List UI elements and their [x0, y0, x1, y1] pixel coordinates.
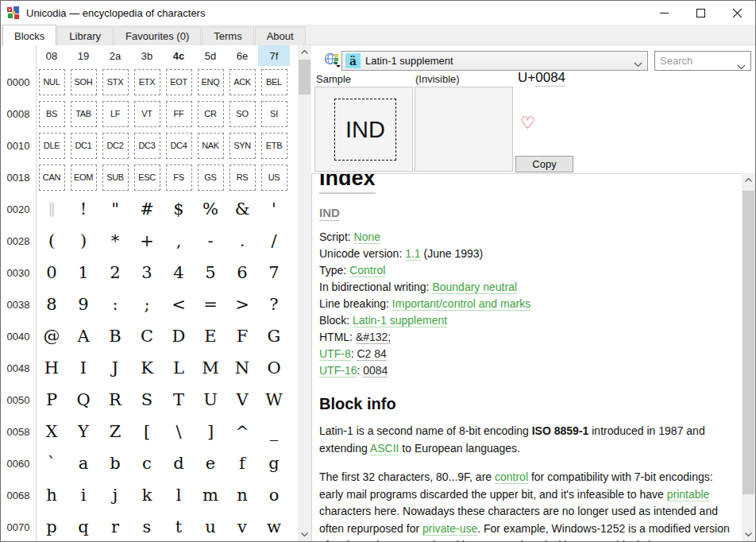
grid-cell[interactable]: . [226, 225, 258, 257]
scroll-up-icon[interactable] [298, 45, 311, 59]
grid-cell[interactable]: : [99, 288, 131, 320]
copy-button[interactable]: Copy [515, 156, 573, 172]
grid-cell[interactable]: r [99, 511, 131, 541]
grid-cell[interactable]: EOM [68, 161, 99, 193]
tab-library[interactable]: Library [57, 26, 113, 45]
language-globe-button[interactable] [324, 52, 341, 68]
grid-cell[interactable]: US [258, 161, 290, 193]
search-combobox[interactable] [654, 51, 751, 71]
grid-cell[interactable]: ' [258, 193, 290, 225]
grid-cell[interactable]: ^ [226, 416, 258, 447]
grid-cell[interactable]: c [131, 447, 163, 479]
grid-cell[interactable]: " [99, 193, 131, 225]
minimize-button[interactable] [646, 1, 682, 25]
grid-cell[interactable]: 8 [36, 288, 68, 320]
grid-cell[interactable]: % [195, 193, 226, 225]
grid-cell[interactable]: e [195, 447, 226, 479]
tab-favourites-0[interactable]: Favourites (0) [114, 26, 201, 45]
grid-cell[interactable]: t [163, 511, 195, 541]
grid-cell[interactable]: CR [195, 98, 226, 130]
grid-cell[interactable]: O [258, 352, 290, 384]
grid-cell[interactable]: ( [36, 225, 68, 257]
grid-cell[interactable]: u [195, 511, 226, 541]
grid-cell[interactable]: NUL [36, 66, 68, 98]
grid-cell[interactable]: > [226, 288, 258, 320]
article-link[interactable]: control [495, 470, 528, 484]
search-input[interactable] [655, 52, 728, 68]
article-scrollbar-thumb[interactable] [742, 191, 754, 494]
grid-cell[interactable]: M [195, 352, 226, 384]
grid-cell[interactable]: [ [131, 416, 163, 447]
grid-cell[interactable]: N [226, 352, 258, 384]
grid-cell[interactable]: \ [163, 416, 195, 447]
article-link[interactable]: UTF-16 [319, 364, 357, 377]
grid-cell[interactable]: FF [163, 98, 195, 130]
grid-cell[interactable]: Y [68, 416, 99, 447]
character-name[interactable]: IND [319, 206, 340, 221]
grid-cell[interactable]: @ [36, 320, 68, 352]
grid-cell[interactable]: , [163, 225, 195, 257]
grid-cell[interactable]: ACK [226, 66, 258, 98]
grid-cell[interactable]: = [195, 288, 226, 320]
grid-cell[interactable]: STX [99, 66, 131, 98]
grid-cell[interactable]: BEL [258, 66, 290, 98]
article-link[interactable]: ASCII [370, 442, 399, 455]
grid-scrollbar[interactable] [298, 45, 311, 541]
grid-cell[interactable]: P [36, 384, 68, 416]
grid-cell[interactable]: 3 [131, 257, 163, 288]
grid-cell[interactable]: + [131, 225, 163, 257]
grid-cell[interactable]: S [131, 384, 163, 416]
grid-cell[interactable]: b [99, 447, 131, 479]
grid-cell[interactable]: _ [258, 416, 290, 447]
article-link[interactable]: printable [667, 488, 710, 501]
grid-cell[interactable]: h [36, 479, 68, 511]
grid-cell[interactable]: DC2 [99, 130, 131, 161]
maximize-button[interactable] [682, 1, 719, 25]
grid-cell[interactable]: SO [226, 98, 258, 130]
grid-cell[interactable]: SUB [99, 161, 131, 193]
grid-cell[interactable]: ETX [131, 66, 163, 98]
grid-cell[interactable]: i [68, 479, 99, 511]
grid-cell[interactable]: C [131, 320, 163, 352]
grid-cell[interactable]: V [226, 384, 258, 416]
article-link[interactable]: Control [349, 264, 385, 277]
grid-cell[interactable]: * [99, 225, 131, 257]
grid-cell[interactable]: v [226, 511, 258, 541]
grid-cell[interactable]: 2 [99, 257, 131, 288]
article-link[interactable]: private-use [422, 522, 477, 536]
grid-cell[interactable]: E [195, 320, 226, 352]
scroll-down-icon[interactable] [298, 528, 311, 541]
grid-cell[interactable]: s [131, 511, 163, 541]
grid-cell[interactable]: w [258, 511, 290, 541]
grid-cell[interactable]: K [131, 352, 163, 384]
grid-cell[interactable]: 6 [226, 257, 258, 288]
grid-cell[interactable]: U [195, 384, 226, 416]
grid-cell[interactable]: ESC [131, 161, 163, 193]
grid-cell[interactable]: ` [36, 447, 68, 479]
article-scrollbar[interactable] [742, 173, 755, 541]
grid-cell[interactable]: Z [99, 416, 131, 447]
grid-cell[interactable]: Q [68, 384, 99, 416]
grid-cell[interactable]: LF [99, 98, 131, 130]
grid-cell[interactable]: NAK [195, 130, 226, 161]
article-link[interactable]: UTF-8 [319, 347, 351, 361]
grid-cell[interactable]: D [163, 320, 195, 352]
grid-cell[interactable]: SI [258, 98, 290, 130]
article-link[interactable]: Boundary neutral [432, 281, 517, 294]
grid-cell[interactable]: ENQ [195, 66, 226, 98]
grid-cell[interactable]: EOT [163, 66, 195, 98]
grid-cell[interactable]: DC4 [163, 130, 195, 161]
tab-terms[interactable]: Terms [202, 26, 253, 45]
grid-cell[interactable]: ] [195, 416, 226, 447]
grid-cell[interactable]: m [195, 479, 226, 511]
article-link[interactable]: Latin-1 supplement [353, 314, 447, 327]
grid-cell[interactable]: q [68, 511, 99, 541]
grid-cell[interactable]: W [258, 384, 290, 416]
grid-cell[interactable]: RS [226, 161, 258, 193]
grid-cell[interactable]: 1 [68, 257, 99, 288]
grid-cell[interactable]: L [163, 352, 195, 384]
grid-cell[interactable]: g [258, 447, 290, 479]
grid-cell[interactable]: 9 [68, 288, 99, 320]
grid-cell[interactable]: X [36, 416, 68, 447]
favourite-heart-icon[interactable]: ♡ [520, 114, 535, 133]
